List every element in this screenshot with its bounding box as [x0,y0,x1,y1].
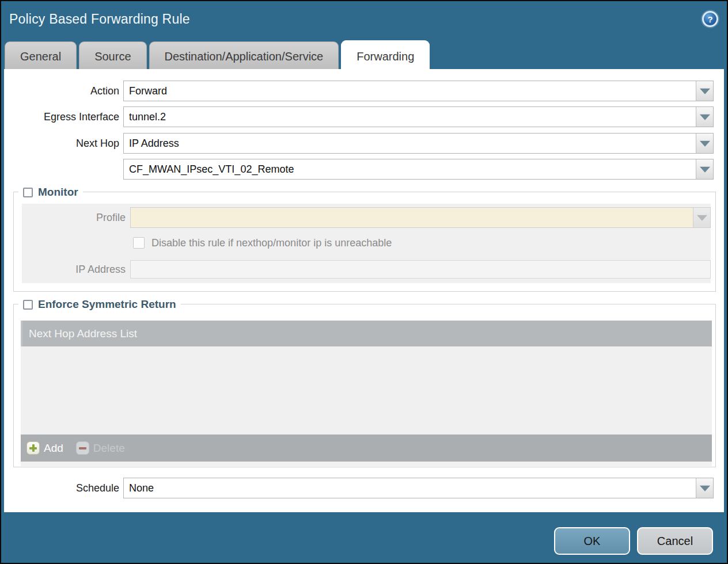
next-hop-address-dropdown[interactable]: CF_MWAN_IPsec_VTI_02_Remote [123,159,714,180]
monitor-legend-label: Monitor [38,186,78,199]
delete-button-label: Delete [93,442,125,455]
tab-bar: General Source Destination/Application/S… [5,40,430,70]
next-hop-type-value: IP Address [129,134,693,153]
monitor-panel: Profile Disable this rule if nexthop/mon… [22,204,711,283]
symmetric-return-group: Enforce Symmetric Return Next Hop Addres… [13,304,716,467]
next-hop-address-table-toolbar: Add Delete [21,435,712,462]
dialog-title: Policy Based Forwarding Rule [9,12,190,27]
next-hop-label: Next Hop [7,133,119,154]
action-label: Action [7,81,119,101]
monitor-checkbox[interactable] [23,188,33,197]
next-hop-address-table: Next Hop Address List Add Delete [21,321,712,466]
chevron-down-icon[interactable] [696,81,713,101]
chevron-down-icon[interactable] [696,478,713,498]
profile-dropdown [130,207,711,228]
profile-label: Profile [22,207,126,228]
chevron-down-icon[interactable] [696,159,713,179]
tab-source[interactable]: Source [79,41,146,70]
minus-icon [76,441,89,455]
delete-button: Delete [76,441,125,455]
ok-button[interactable]: OK [554,527,630,555]
symmetric-return-checkbox[interactable] [23,300,33,310]
plus-icon [26,441,40,455]
next-hop-address-table-body[interactable] [21,346,712,435]
schedule-dropdown[interactable]: None [123,478,714,498]
chevron-down-icon[interactable] [696,107,713,127]
policy-based-forwarding-dialog: Policy Based Forwarding Rule ? General S… [0,0,728,564]
next-hop-address-list-column-header[interactable]: Next Hop Address List [21,321,712,346]
help-icon[interactable]: ? [702,11,718,27]
forwarding-tab-panel: Action Forward Egress Interface tunnel.2… [4,69,724,512]
tab-destination-application-service[interactable]: Destination/Application/Service [149,41,339,70]
monitor-ip-address-input [130,260,711,279]
schedule-value: None [129,478,693,498]
symmetric-return-legend-label: Enforce Symmetric Return [38,298,176,311]
tab-general[interactable]: General [5,41,77,70]
action-value: Forward [129,81,693,101]
chevron-down-icon [693,208,710,227]
tab-forwarding[interactable]: Forwarding [341,40,430,70]
monitor-ip-address-label: IP Address [22,260,126,279]
egress-interface-dropdown[interactable]: tunnel.2 [123,106,714,127]
egress-interface-label: Egress Interface [7,106,119,127]
dialog-titlebar: Policy Based Forwarding Rule ? [1,1,727,37]
add-button-label: Add [44,442,63,455]
monitor-group: Monitor Profile Disable this rule if nex… [13,192,716,292]
symmetric-return-legend: Enforce Symmetric Return [18,298,181,311]
schedule-label: Schedule [7,478,119,498]
action-dropdown[interactable]: Forward [123,81,714,101]
next-hop-address-value: CF_MWAN_IPsec_VTI_02_Remote [129,159,693,179]
monitor-legend: Monitor [18,185,83,199]
disable-rule-checkbox [133,237,145,249]
next-hop-type-dropdown[interactable]: IP Address [123,133,714,154]
chevron-down-icon[interactable] [696,134,713,153]
egress-interface-value: tunnel.2 [129,107,693,127]
table-scroll-strip [21,462,712,466]
add-button[interactable]: Add [26,441,63,455]
disable-rule-label: Disable this rule if nexthop/monitor ip … [151,237,392,249]
cancel-button[interactable]: Cancel [637,527,713,555]
